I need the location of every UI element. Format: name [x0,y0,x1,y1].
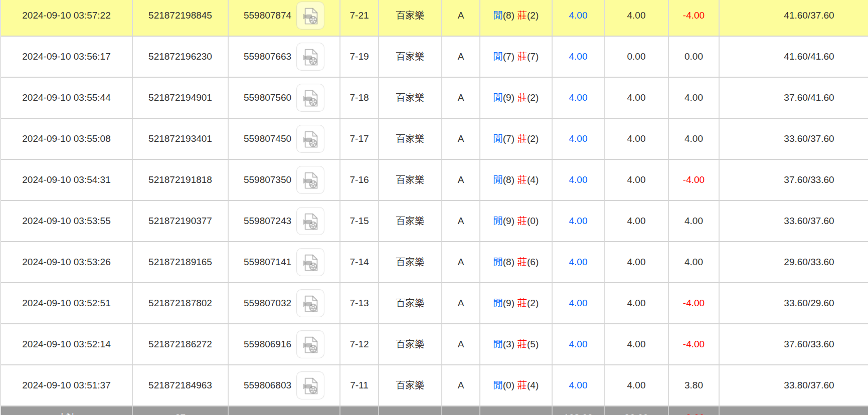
bet-record-row[interactable]: 2024-09-10 03:53:26 521872189165 5598071… [1,242,868,283]
video-replay-button[interactable] [296,166,324,194]
game-id-cell: 559807450 [229,119,340,159]
video-replay-button[interactable] [296,330,324,358]
win-loss-cell: -4.00 [669,160,720,200]
banker-label: 莊 [517,133,527,144]
bet-record-row[interactable]: 2024-09-10 03:52:51 521872187802 5598070… [1,283,868,324]
bet-time-cell: 2024-09-10 03:55:44 [1,78,133,118]
player-score: (8) [503,10,514,21]
video-replay-button[interactable] [296,289,324,317]
video-replay-button[interactable] [296,371,324,399]
valid-bet-cell: 4.00 [605,242,669,282]
banker-result: 莊(4) [517,173,539,186]
game-type-cell: 百家樂 [379,201,442,241]
table-code-cell: A [442,283,480,323]
banker-score: (4) [527,380,539,390]
banker-result: 莊(2) [517,91,539,104]
game-id: 559807141 [244,257,291,268]
bet-id-cell: 521872187802 [133,283,229,323]
subtotal-empty-result [480,406,553,415]
video-replay-icon [301,129,320,148]
bet-record-row[interactable]: 2024-09-10 03:53:55 521872190377 5598072… [1,201,868,242]
table-code-cell: A [442,160,480,200]
bet-amount-cell: 4.00 [553,119,605,159]
video-replay-icon [301,47,320,66]
player-score: (7) [503,133,514,144]
game-type-cell: 百家樂 [379,160,442,200]
round-cell: 7-18 [340,78,379,118]
bet-id-cell: 521872198845 [133,0,229,36]
win-loss-cell: 0.00 [669,37,720,77]
result-cell: 閒(9) 莊(0) [480,201,553,241]
round-cell: 7-14 [340,242,379,282]
player-score: (8) [503,257,514,267]
banker-score: (7) [527,51,539,62]
bet-record-row[interactable]: 2024-09-10 03:54:31 521872191818 5598073… [1,160,868,201]
player-result: 閒(8) [493,173,514,186]
video-replay-button[interactable] [296,248,324,276]
game-id: 559807560 [244,92,291,103]
win-loss-cell: 4.00 [669,242,720,282]
round-cell: 7-16 [340,160,379,200]
bet-record-row[interactable]: 2024-09-10 03:57:22 521872198845 5598078… [1,0,868,37]
bet-record-row[interactable]: 2024-09-10 03:56:17 521872196230 5598076… [1,37,868,78]
player-result: 閒(0) [493,379,514,392]
bet-record-row[interactable]: 2024-09-10 03:55:44 521872194901 5598075… [1,78,868,119]
banker-label: 莊 [517,92,527,103]
balance-cell: 33.60/37.60 [720,119,868,159]
table-code-cell: A [442,324,480,364]
subtotal-empty-gameid [229,406,340,415]
round-cell: 7-19 [340,37,379,77]
player-score: (9) [503,298,514,308]
bet-rows: 2024-09-10 03:57:22 521872198845 5598078… [1,0,868,406]
banker-label: 莊 [517,298,527,308]
balance-cell: 29.60/33.60 [720,242,868,282]
bet-record-row[interactable]: 2024-09-10 03:52:14 521872186272 5598069… [1,324,868,365]
balance-cell: 37.60/33.60 [720,324,868,364]
valid-bet-cell: 4.00 [605,324,669,364]
balance-cell: 37.60/33.60 [720,160,868,200]
video-replay-button[interactable] [296,125,324,153]
game-type-cell: 百家樂 [379,283,442,323]
valid-bet-cell: 4.00 [605,201,669,241]
bet-time-cell: 2024-09-10 03:55:08 [1,119,133,159]
banker-result: 莊(4) [517,379,539,392]
valid-bet-cell: 4.00 [605,283,669,323]
player-score: (3) [503,339,514,349]
subtotal-empty-balance [720,406,868,415]
win-loss-cell: 4.00 [669,119,720,159]
table-code-cell: A [442,201,480,241]
bet-id-cell: 521872186272 [133,324,229,364]
bet-amount-cell: 4.00 [553,78,605,118]
player-label: 閒 [493,257,503,267]
subtotal-valid-bet: 96.00 [605,406,669,415]
banker-result: 莊(7) [517,50,539,63]
win-loss-cell: 3.80 [669,365,720,405]
player-result: 閒(8) [493,9,514,22]
video-replay-button[interactable] [296,43,324,71]
banker-score: (2) [527,10,539,21]
subtotal-win-loss: -9.00 [669,406,720,415]
valid-bet-cell: 4.00 [605,365,669,405]
game-id-cell: 559806916 [229,324,340,364]
valid-bet-cell: 4.00 [605,78,669,118]
player-score: (7) [503,51,514,62]
video-replay-button[interactable] [296,84,324,112]
banker-result: 莊(0) [517,215,539,228]
game-id-cell: 559806803 [229,365,340,405]
game-id: 559806916 [244,339,291,350]
bet-record-row[interactable]: 2024-09-10 03:55:08 521872193401 5598074… [1,119,868,160]
video-replay-icon [301,88,320,107]
banker-result: 莊(2) [517,9,539,22]
bet-history-table: 2024-09-10 03:57:22 521872198845 5598078… [0,0,868,415]
bet-id-cell: 521872194901 [133,78,229,118]
result-cell: 閒(8) 莊(2) [480,0,553,36]
game-id: 559806803 [244,380,291,391]
player-score: (8) [503,174,514,185]
bet-record-row[interactable]: 2024-09-10 03:51:37 521872184963 5598068… [1,365,868,406]
video-replay-button[interactable] [296,2,324,30]
game-id: 559807032 [244,298,291,309]
video-replay-button[interactable] [296,207,324,235]
bet-id-cell: 521872189165 [133,242,229,282]
result-cell: 閒(9) 莊(2) [480,283,553,323]
game-id: 559807874 [244,10,291,21]
